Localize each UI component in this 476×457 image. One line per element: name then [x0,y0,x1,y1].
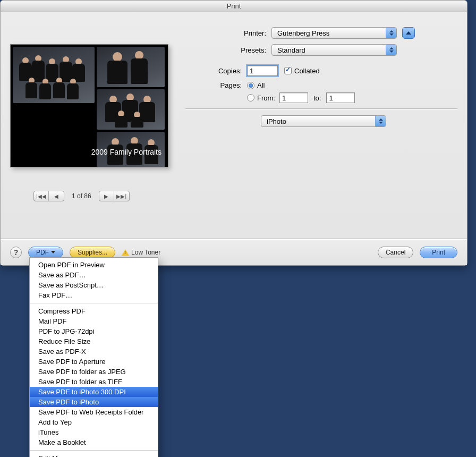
chevron-updown-icon [375,116,386,126]
separator [185,108,457,109]
pages-from-field[interactable] [279,92,308,103]
printer-label: Printer: [190,29,271,37]
low-toner-status: Low Toner [122,249,160,256]
pager-back-group: |◀◀ ◀ [33,191,64,201]
page-indicator: 1 of 86 [72,192,91,200]
printer-value: Gutenberg Press [277,29,329,37]
pager-fwd-group: ▶ ▶▶| [99,191,130,201]
pdf-menu-item[interactable]: Save as PDF… [30,270,158,280]
copies-field[interactable] [247,65,278,76]
collated-checkbox[interactable] [284,67,292,74]
pdf-menu-item[interactable]: Save PDF to iPhoto 300 DPI [30,387,158,397]
pdf-menu-item[interactable]: Save as PDF-X [30,346,158,357]
menu-separator [30,303,158,303]
pages-to-field[interactable] [326,92,355,103]
preview-photo [97,47,165,87]
pdf-menu-item[interactable]: Save PDF to Web Receipts Folder [30,407,158,417]
low-toner-label: Low Toner [131,249,160,256]
pdf-label: PDF [36,249,49,256]
window-title: Print [1,1,467,12]
copies-label: Copies: [190,67,247,75]
pdf-menu-button[interactable]: PDF [28,247,63,258]
collapse-details-button[interactable] [402,27,415,39]
pdf-menu-item[interactable]: Make a Booklet [30,437,158,447]
collated-label: Collated [294,67,320,75]
menu-separator [30,450,158,451]
pages-all-radio[interactable] [247,82,254,89]
chevron-updown-icon [386,28,396,38]
preview-pane: 2009 Family Portraits |◀◀ ◀ 1 of 86 ▶ ▶▶… [10,20,180,201]
chevron-updown-icon [386,45,396,55]
prev-page-button[interactable]: ◀ [49,191,64,201]
preview-photo [13,47,95,103]
pdf-menu-item[interactable]: Save as PostScript… [30,280,158,290]
pdf-dropdown-menu: Open PDF in PreviewSave as PDF…Save as P… [29,257,158,457]
first-page-button[interactable]: |◀◀ [34,191,49,201]
pages-from-radio[interactable] [247,94,254,101]
pdf-menu-item[interactable]: Save PDF to folder as TIFF [30,377,158,387]
pages-all-label: All [257,81,265,89]
pdf-menu-item[interactable]: Add to Yep [30,417,158,427]
pdf-menu-item[interactable]: Save PDF to iPhoto [30,397,158,407]
next-page-button[interactable]: ▶ [99,191,114,201]
presets-select[interactable]: Standard [271,44,397,56]
pages-to-label: to: [308,94,326,102]
supplies-label: Supplies... [78,249,107,256]
pdf-menu-item[interactable]: Open PDF in Preview [30,260,158,270]
warning-icon [122,249,129,256]
print-dialog: Print [0,0,468,266]
preview-caption: 2009 Family Portraits [91,148,162,156]
pdf-menu-item[interactable]: PDF to JPG-72dpi [30,326,158,336]
pdf-menu-item[interactable]: Compress PDF [30,306,158,316]
pages-from-label: From: [257,94,275,102]
pdf-menu-item[interactable]: iTunes [30,427,158,437]
chevron-down-icon [51,251,55,253]
presets-value: Standard [277,46,305,54]
cancel-button[interactable]: Cancel [378,247,413,258]
print-preview: 2009 Family Portraits [10,44,168,167]
supplies-button[interactable]: Supplies... [70,247,115,258]
last-page-button[interactable]: ▶▶| [114,191,129,201]
pdf-menu-item[interactable]: Reduce File Size [30,336,158,346]
pdf-menu-item[interactable]: Mail PDF [30,316,158,326]
dialog-content: 2009 Family Portraits |◀◀ ◀ 1 of 86 ▶ ▶▶… [1,12,467,201]
app-pane-value: iPhoto [267,117,286,125]
pdf-menu-item[interactable]: Edit Menu… [30,453,158,457]
preview-photo [97,89,165,130]
print-button[interactable]: Print [420,247,457,258]
help-button[interactable]: ? [10,247,22,258]
pdf-menu-item[interactable]: Save PDF to Aperture [30,357,158,367]
pdf-menu-item[interactable]: Fax PDF… [30,290,158,300]
pager: |◀◀ ◀ 1 of 86 ▶ ▶▶| [10,191,180,201]
print-options: Printer: Gutenberg Press Presets: Standa… [190,20,457,201]
pdf-menu-item[interactable]: Save PDF to folder as JPEG [30,367,158,377]
printer-select[interactable]: Gutenberg Press [271,27,397,39]
app-pane-select[interactable]: iPhoto [261,115,386,127]
pages-label: Pages: [190,81,247,89]
presets-label: Presets: [190,46,271,54]
